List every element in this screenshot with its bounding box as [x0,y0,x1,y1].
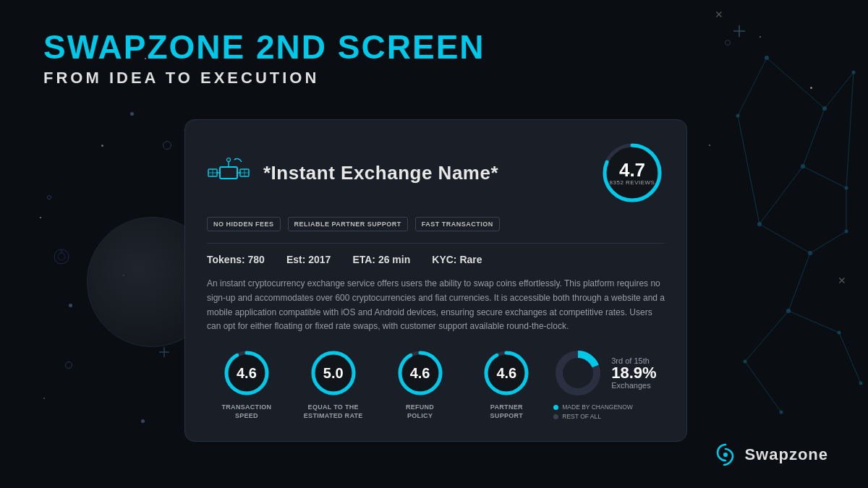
metric-circle-1: 4.6 [222,348,271,398]
metric-transaction-speed: 4.6 TRANSACTIONSPEED [207,348,286,420]
svg-rect-37 [220,167,237,179]
svg-point-25 [757,222,762,226]
stat-tokens: Tokens: 780 [207,254,265,265]
rating-inner: 4.7 8352 REVIEWS [600,140,665,205]
svg-point-47 [227,158,231,162]
svg-line-19 [745,361,781,412]
svg-point-27 [845,230,848,234]
svg-line-18 [745,311,788,361]
rating-reviews: 8352 REVIEWS [610,179,655,186]
svg-line-14 [738,116,760,224]
tag-partner-support: RELIABLE PARTNER SUPPORT [288,217,408,231]
donut-info: 3rd of 15th 18.9% Exchanges [611,356,656,390]
svg-line-6 [803,108,825,166]
svg-line-7 [803,166,846,188]
metric-value-2: 5.0 [323,365,344,382]
page-subtitle: FROM IDEA TO EXECUTION [43,69,485,87]
svg-line-15 [846,72,854,188]
svg-line-9 [760,224,810,253]
exchange-card: *Instant Exchange Name* 4.7 8352 REVIEWS… [184,119,687,442]
brand-name-label: Swapzone [744,445,828,464]
svg-point-30 [736,114,740,118]
exchanges-label: Exchanges [611,381,656,390]
metric-label-4: PARTNERSUPPORT [490,403,524,420]
legend-item-rest: REST OF ALL [553,413,633,420]
header: SWAPZONE 2ND SCREEN FROM IDEA TO EXECUTI… [43,29,485,87]
swapzone-logo-icon [712,442,739,468]
page-title: SWAPZONE 2ND SCREEN [43,29,485,66]
stats-row: Tokens: 780 Est: 2017 ETA: 26 min KYC: R… [207,254,665,265]
metric-partner-support: 4.6 PARTNERSUPPORT [467,348,546,420]
divider [207,243,665,244]
metric-label-3: REFUNDPOLICY [406,403,434,420]
svg-point-29 [838,331,841,335]
exchange-description: An instant cryptocurrency exchange servi… [207,277,665,334]
exchange-name: *Instant Exchange Name* [263,162,498,184]
svg-line-12 [788,311,839,333]
metric-label-2: EQUAL TO THEESTIMATED RATE [304,403,363,420]
metric-label-1: TRANSACTIONSPEED [222,403,272,420]
svg-line-8 [760,166,803,224]
rating-value: 4.7 [619,160,645,179]
metric-circle-3: 4.6 [396,348,445,398]
svg-point-21 [822,106,827,111]
svg-line-13 [738,58,767,116]
svg-point-28 [786,309,791,313]
svg-point-36 [60,250,63,253]
legend-dot-changenow [553,405,558,410]
svg-point-31 [859,382,863,385]
exchange-logo-icon [207,151,250,194]
metric-exchanges: 3rd of 15th 18.9% Exchanges MADE BY CHAN… [553,348,665,420]
legend-dot-rest [553,414,558,419]
metrics-row: 4.6 TRANSACTIONSPEED 5.0 EQUAL TO THEEST… [207,348,665,420]
svg-point-61 [723,453,728,457]
metric-circle-2: 5.0 [309,348,358,398]
close-x2-decoration: ✕ [838,275,846,286]
sparkle2-icon [159,347,169,357]
metric-value-1: 4.6 [237,365,257,382]
feature-tags: NO HIDDEN FEES RELIABLE PARTNER SUPPORT … [207,217,665,231]
close-x-decoration: ✕ [715,9,723,20]
metric-circle-4: 4.6 [482,348,531,398]
svg-line-4 [767,58,825,108]
donut-row: 3rd of 15th 18.9% Exchanges [553,348,656,398]
exchanges-donut [553,348,603,398]
exchange-identity: *Instant Exchange Name* [207,151,498,194]
svg-point-24 [845,187,848,190]
legend-item-changenow: MADE BY CHANGENOW [553,403,633,411]
svg-point-22 [852,71,856,74]
svg-line-11 [788,253,810,311]
stat-eta: ETA: 26 min [352,254,410,265]
rating-display: 4.7 8352 REVIEWS [600,140,665,205]
metric-equal-rate: 5.0 EQUAL TO THEESTIMATED RATE [294,348,373,420]
exchanges-percentage: 18.9% [611,365,656,381]
swapzone-branding: Swapzone [712,442,828,468]
metric-value-4: 4.6 [496,365,516,382]
svg-point-34 [54,249,69,264]
sparkle-icon [733,25,745,37]
svg-point-23 [801,164,805,168]
exchanges-legend: MADE BY CHANGENOW REST OF ALL [553,403,633,420]
stat-kyc: KYC: Rare [432,254,482,265]
card-header: *Instant Exchange Name* 4.7 8352 REVIEWS [207,140,665,205]
tag-fast-transaction: FAST TRANSACTION [415,217,500,231]
stat-est: Est: 2017 [286,254,331,265]
svg-point-35 [58,253,65,260]
svg-point-26 [808,251,812,255]
svg-point-32 [744,360,747,364]
svg-line-5 [825,72,854,108]
tag-no-fees: NO HIDDEN FEES [207,217,281,231]
svg-point-33 [780,411,783,414]
svg-line-17 [839,333,861,383]
svg-line-10 [810,231,846,253]
svg-point-20 [765,56,769,60]
metric-refund-policy: 4.6 REFUNDPOLICY [380,348,460,420]
deco-shape-icon [51,246,72,267]
metric-value-3: 4.6 [410,365,430,382]
